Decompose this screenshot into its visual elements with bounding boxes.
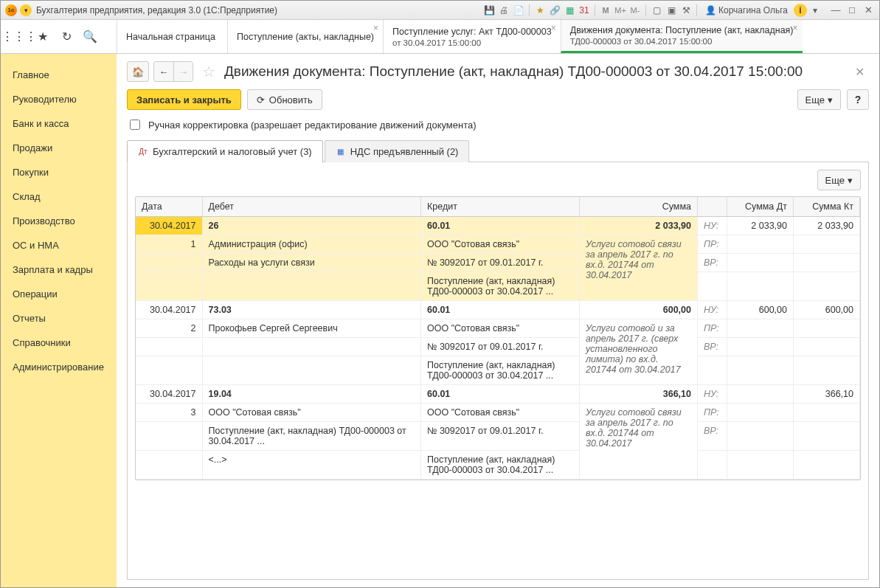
sidebar-item[interactable]: Отчеты bbox=[1, 306, 117, 331]
minimize-button[interactable]: — bbox=[829, 4, 842, 16]
sidebar: ГлавноеРуководителюБанк и кассаПродажиПо… bbox=[1, 54, 117, 587]
vat-icon: ▦ bbox=[336, 147, 346, 157]
inner-tab[interactable]: ▦НДС предъявленный (2) bbox=[325, 140, 470, 162]
tab-close-icon[interactable]: × bbox=[551, 23, 556, 33]
cell-tag-nu: НУ: bbox=[698, 217, 727, 235]
memory-mplus-icon[interactable]: M+ bbox=[614, 4, 627, 17]
sidebar-item[interactable]: Операции bbox=[1, 282, 117, 306]
tab-label: Начальная страница bbox=[126, 32, 218, 42]
save-icon[interactable]: 💾 bbox=[482, 4, 496, 17]
table-subrow[interactable]: Расходы на услуги связи № 3092017 от 09.… bbox=[136, 254, 860, 272]
page-icon[interactable]: ▢ bbox=[650, 4, 663, 17]
sidebar-item[interactable]: Руководителю bbox=[1, 87, 117, 111]
cell-empty bbox=[136, 254, 202, 272]
col-tag[interactable] bbox=[698, 197, 727, 217]
sidebar-item[interactable]: Зарплата и кадры bbox=[1, 257, 117, 282]
sidebar-item[interactable]: Справочники bbox=[1, 331, 117, 355]
refresh-button[interactable]: ⟳Обновить bbox=[247, 89, 322, 110]
table-subrow[interactable]: Поступление (акт, накладная) ТД00-000003… bbox=[136, 272, 860, 301]
cell-empty bbox=[794, 404, 860, 422]
memory-mminus-icon[interactable]: M- bbox=[628, 4, 642, 17]
cell-debit-line: Администрация (офис) bbox=[202, 235, 421, 254]
col-sum[interactable]: Сумма bbox=[580, 197, 698, 217]
print-icon[interactable]: 🖨 bbox=[497, 4, 510, 17]
col-sumdt[interactable]: Сумма Дт bbox=[727, 197, 794, 217]
maximize-button[interactable]: □ bbox=[845, 4, 859, 16]
table-subrow[interactable]: 3 ООО "Сотовая связь" ООО "Сотовая связь… bbox=[136, 404, 860, 422]
memory-m-icon[interactable]: M bbox=[599, 4, 612, 17]
cell-sum-dt: 2 033,90 bbox=[727, 217, 794, 235]
cell-tag-pr: ПР: bbox=[698, 404, 727, 422]
col-debit[interactable]: Дебет bbox=[202, 197, 421, 217]
close-page-icon[interactable]: ✕ bbox=[850, 65, 869, 79]
history-icon[interactable]: ↻ bbox=[58, 29, 75, 45]
back-button[interactable]: ← bbox=[154, 62, 173, 81]
cell-tag-pr: ПР: bbox=[698, 319, 727, 338]
cell-debit-line: <...> bbox=[202, 451, 421, 480]
tab-sublabel: ТД00-000003 от 30.04.2017 15:00:00 bbox=[570, 37, 794, 46]
col-sumkt[interactable]: Сумма Кт bbox=[794, 197, 860, 217]
top-tab[interactable]: Начальная страница bbox=[117, 20, 227, 53]
top-tab[interactable]: Поступление услуг: Акт ТД00-000003от 30.… bbox=[383, 20, 561, 53]
windows-icon[interactable]: ▣ bbox=[665, 4, 678, 17]
sidebar-item[interactable]: Главное bbox=[1, 63, 117, 87]
table-row[interactable]: 30.04.2017 19.04 60.01 366,10 НУ: 366,10 bbox=[136, 385, 860, 404]
forward-button[interactable]: → bbox=[173, 62, 193, 81]
page-title: Движения документа: Поступление (акт, на… bbox=[224, 63, 846, 80]
sidebar-item[interactable]: Администрирование bbox=[1, 355, 117, 379]
chevron-down-icon: ▾ bbox=[828, 94, 833, 106]
info-icon[interactable]: i bbox=[794, 4, 807, 17]
sidebar-item[interactable]: Банк и касса bbox=[1, 111, 117, 136]
star-nav-icon[interactable]: ★ bbox=[35, 29, 51, 45]
table-subrow[interactable]: № 3092017 от 09.01.2017 г. ВР: bbox=[136, 338, 860, 356]
col-date[interactable]: Дата bbox=[136, 197, 202, 217]
table-subrow[interactable]: Поступление (акт, накладная) ТД00-000003… bbox=[136, 422, 860, 451]
tab-close-icon[interactable]: × bbox=[373, 23, 378, 33]
app-menu-icon[interactable]: ▾ bbox=[20, 4, 32, 16]
user-info[interactable]: 👤 Корчагина Ольга bbox=[705, 5, 788, 15]
grid-more-button[interactable]: Еще▾ bbox=[817, 170, 861, 190]
sidebar-item[interactable]: Склад bbox=[1, 184, 117, 209]
sidebar-item[interactable]: Покупки bbox=[1, 160, 117, 184]
favorite-icon[interactable]: ★ bbox=[533, 4, 547, 17]
home-button[interactable]: 🏠 bbox=[127, 61, 149, 82]
calendar-icon[interactable]: 31 bbox=[578, 4, 591, 17]
cell-credit-account: 60.01 bbox=[421, 301, 580, 319]
cell-empty bbox=[794, 254, 860, 272]
accounting-grid: Дата Дебет Кредит Сумма Сумма Дт Сумма К… bbox=[135, 196, 861, 480]
inner-tab[interactable]: ДтБухгалтерский и налоговый учет (3) bbox=[127, 140, 323, 162]
more-button[interactable]: Еще▾ bbox=[797, 89, 841, 110]
doc-icon[interactable]: 📄 bbox=[512, 4, 525, 17]
apps-icon[interactable]: ⋮⋮⋮ bbox=[11, 29, 27, 45]
calc-icon[interactable]: ▦ bbox=[563, 4, 576, 17]
table-row[interactable]: 30.04.2017 26 60.01 2 033,90 НУ: 2 033,9… bbox=[136, 217, 860, 235]
dropdown-icon[interactable]: ▾ bbox=[808, 4, 822, 17]
manual-edit-label: Ручная корректировка (разрешает редактир… bbox=[148, 120, 477, 131]
cell-tag-nu: НУ: bbox=[698, 301, 727, 319]
table-subrow[interactable]: 2 Прокофьев Сергей Сергеевич ООО "Сотова… bbox=[136, 319, 860, 338]
favorite-star-icon[interactable]: ☆ bbox=[202, 63, 215, 80]
col-credit[interactable]: Кредит bbox=[421, 197, 580, 217]
tab-label: Поступление услуг: Акт ТД00-000003 bbox=[392, 27, 552, 37]
sidebar-item[interactable]: Производство bbox=[1, 209, 117, 233]
tab-close-icon[interactable]: × bbox=[793, 23, 798, 33]
table-subrow[interactable]: <...> Поступление (акт, накладная) ТД00-… bbox=[136, 451, 860, 480]
sidebar-item[interactable]: Продажи bbox=[1, 136, 117, 160]
link-icon[interactable]: 🔗 bbox=[548, 4, 561, 17]
search-icon[interactable]: 🔍 bbox=[82, 29, 98, 45]
top-tab[interactable]: Движения документа: Поступление (акт, на… bbox=[561, 20, 803, 53]
help-button[interactable]: ? bbox=[847, 89, 869, 110]
save-close-button[interactable]: Записать и закрыть bbox=[127, 89, 241, 110]
table-row[interactable]: 30.04.2017 73.03 60.01 600,00 НУ: 600,00… bbox=[136, 301, 860, 319]
cell-credit-line: ООО "Сотовая связь" bbox=[421, 404, 580, 422]
cell-empty bbox=[794, 235, 860, 254]
settings-icon[interactable]: ⚒ bbox=[679, 4, 693, 17]
table-subrow[interactable]: 1 Администрация (офис) ООО "Сотовая связ… bbox=[136, 235, 860, 254]
sidebar-item[interactable]: ОС и НМА bbox=[1, 233, 117, 257]
table-subrow[interactable]: Поступление (акт, накладная) ТД00-000003… bbox=[136, 356, 860, 385]
top-tab[interactable]: Поступление (акты, накладные)× bbox=[227, 20, 383, 53]
cell-credit-account: 60.01 bbox=[421, 385, 580, 404]
cell-credit-line: № 3092017 от 09.01.2017 г. bbox=[421, 338, 580, 356]
close-button[interactable]: ✕ bbox=[862, 4, 875, 16]
manual-edit-checkbox[interactable] bbox=[130, 120, 140, 130]
